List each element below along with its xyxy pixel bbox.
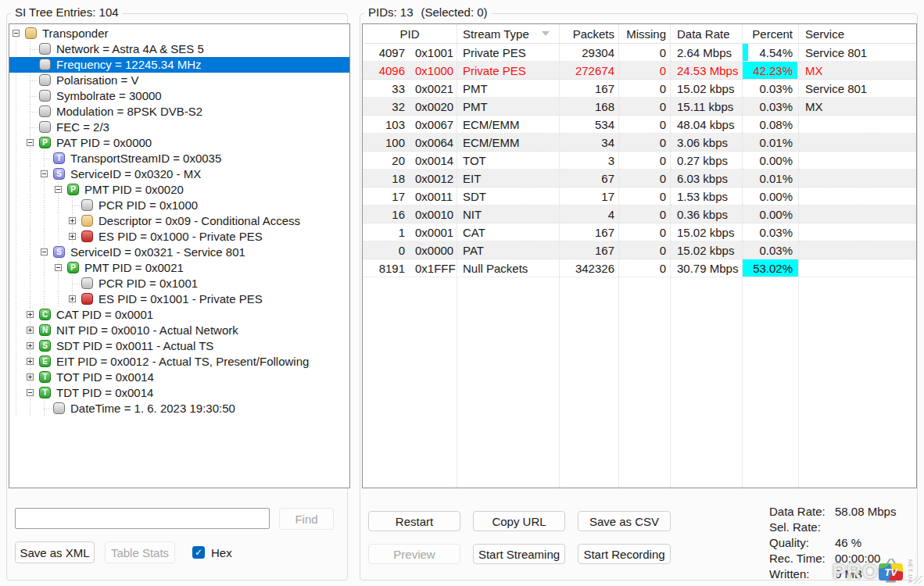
tree-item[interactable]: SServiceID = 0x0321 - Service 801 (9, 245, 349, 260)
column-header-data-rate[interactable]: Data Rate (671, 24, 743, 43)
cell-packets: 167 (560, 80, 619, 98)
pid-row[interactable]: 180x0012EIT6706.03 kbps0.01% (363, 170, 916, 188)
cell-pid-dec: 33 (363, 80, 410, 98)
tree-collapse-icon[interactable] (41, 248, 48, 255)
column-header-packets[interactable]: Packets (560, 24, 619, 43)
hex-checkbox-group[interactable]: ✓ Hex (192, 541, 232, 563)
tree-item[interactable]: TTOT PID = 0x0014 (9, 370, 349, 385)
tree-guide-line (72, 284, 81, 284)
tree-item-label: Modulation = 8PSK DVB-S2 (56, 104, 202, 120)
cell-missing: 0 (619, 205, 671, 223)
cell-pid-dec: 103 (363, 116, 410, 134)
column-header-stream-type[interactable]: Stream Type (457, 24, 560, 43)
pid-row[interactable]: 1000x0064ECM/EMM3403.06 kbps0.01% (363, 134, 916, 152)
pid-row[interactable]: 10x0001CAT167015.02 kbps0.03% (363, 223, 916, 241)
tree-guide-line (16, 135, 16, 151)
tree-item[interactable]: FEC = 2/3 (9, 120, 349, 135)
tree-guide-line (16, 276, 16, 291)
tree-item[interactable]: PCR PID = 0x1001 (9, 276, 349, 291)
tree-item[interactable]: Symbolrate = 30000 (9, 88, 349, 104)
cell-pid-hex: 0x0000 (410, 241, 457, 259)
tree-item[interactable]: PCR PID = 0x1000 (9, 198, 349, 213)
tree-item-label: ServiceID = 0x0321 - Service 801 (70, 245, 245, 260)
pid-row[interactable]: 81910x1FFFNull Packets342326030.79 Mbps5… (363, 259, 916, 277)
tree-expand-icon[interactable] (27, 311, 34, 318)
save-as-xml-button[interactable]: Save as XML (15, 541, 95, 563)
tree-guide-line (16, 245, 16, 260)
tree-item[interactable]: SServiceID = 0x0320 - MX (9, 166, 349, 182)
pid-row[interactable]: 40960x1000Private PES272674024.53 Mbps42… (363, 62, 916, 80)
tree-expand-icon[interactable] (69, 233, 76, 240)
tree-collapse-icon[interactable] (13, 30, 20, 37)
cell-service: MX (799, 98, 916, 116)
tree-collapse-icon[interactable] (27, 139, 34, 146)
restart-button[interactable]: Restart (368, 511, 460, 531)
column-header-missing[interactable]: Missing (619, 24, 671, 43)
pid-row[interactable]: 40970x1001Private PES2930402.64 Mbps4.54… (363, 44, 916, 62)
tree-guide-line (16, 291, 16, 307)
tree-guide-line (16, 307, 16, 323)
tree-expand-icon[interactable] (69, 295, 76, 302)
tree-item[interactable]: EEIT PID = 0x0012 - Actual TS, Present/F… (9, 354, 349, 370)
cell-service: Service 801 (799, 80, 916, 98)
hex-checkbox-label: Hex (211, 546, 232, 559)
tree-collapse-icon[interactable] (55, 264, 62, 271)
tree-expand-icon[interactable] (27, 342, 34, 349)
tree-item[interactable]: TTransportStreamID = 0x0035 (9, 151, 349, 166)
window-resize-grip[interactable] (914, 576, 922, 584)
tree-item[interactable]: PPMT PID = 0x0020 (9, 182, 349, 198)
tree-guide-line (44, 198, 45, 213)
tree-item[interactable]: Frequency = 12245.34 MHz (9, 57, 349, 73)
tree-expand-icon[interactable] (27, 358, 34, 365)
tree-expand-icon[interactable] (69, 217, 76, 224)
tree-item[interactable]: Polarisation = V (9, 73, 349, 88)
percent-bar (743, 44, 748, 61)
tree-collapse-icon[interactable] (55, 186, 62, 193)
tree-item[interactable]: PPAT PID = 0x0000 (9, 135, 349, 151)
cell-service (799, 188, 916, 205)
tree-item[interactable]: Descriptor = 0x09 - Conditional Access (9, 213, 349, 229)
find-input[interactable] (15, 508, 270, 529)
start-streaming-button[interactable]: Start Streaming (473, 544, 565, 564)
tree-item[interactable]: ES PID = 0x1000 - Private PES (9, 229, 349, 245)
cell-missing: 0 (619, 44, 671, 62)
tree-item[interactable]: SSDT PID = 0x0011 - Actual TS (9, 338, 349, 354)
pid-row[interactable]: 320x0020PMT168015.11 kbps0.03%MX (363, 98, 916, 116)
copy-url-button[interactable]: Copy URL (473, 511, 565, 531)
pid-row[interactable]: 00x0000PAT167015.02 kbps0.03% (363, 241, 916, 259)
pid-row[interactable]: 200x0014TOT300.27 kbps0.00% (363, 152, 916, 170)
start-recording-button[interactable]: Start Recording (578, 544, 671, 564)
save-as-csv-button[interactable]: Save as CSV (578, 511, 671, 531)
hex-checkbox[interactable]: ✓ (192, 546, 205, 559)
tree-item[interactable]: PPMT PID = 0x0021 (9, 260, 349, 276)
cell-stream-type: TOT (457, 152, 560, 170)
percent-text: 0.03% (759, 100, 793, 113)
tree-collapse-icon[interactable] (41, 170, 48, 177)
tree-item[interactable]: TTDT PID = 0x0014 (9, 385, 349, 401)
tree-guide-line (44, 182, 45, 198)
tree-item-label: Symbolrate = 30000 (56, 88, 162, 104)
tree-node-green-icon: P (67, 184, 79, 195)
pid-row[interactable]: 160x0010NIT400.36 kbps0.00% (363, 205, 916, 223)
percent-text: 0.00% (759, 190, 793, 203)
column-header-service[interactable]: Service (799, 24, 916, 43)
tree-expand-icon[interactable] (27, 373, 34, 381)
pid-row[interactable]: 1030x0067ECM/EMM534048.04 kbps0.08% (363, 116, 916, 134)
tree-collapse-icon[interactable] (27, 389, 34, 396)
tree-item-label: Network = Astra 4A & SES 5 (56, 41, 204, 57)
column-header-pid[interactable]: PID (363, 24, 457, 43)
tree-node-green-icon: S (39, 340, 51, 352)
pid-row[interactable]: 330x0021PMT167015.02 kbps0.03%Service 80… (363, 80, 916, 98)
column-header-percent[interactable]: Percent (743, 24, 799, 43)
tree-node-green-icon: P (39, 137, 51, 148)
tree-item[interactable]: Transponder (9, 26, 349, 41)
tree-item[interactable]: ES PID = 0x1001 - Private PES (9, 291, 349, 307)
tree-item[interactable]: Network = Astra 4A & SES 5 (9, 41, 349, 57)
tree-item[interactable]: CCAT PID = 0x0001 (9, 307, 349, 323)
pid-row[interactable]: 170x0011SDT1701.53 kbps0.00% (363, 188, 916, 205)
tree-item[interactable]: Modulation = 8PSK DVB-S2 (9, 104, 349, 120)
tree-expand-icon[interactable] (27, 327, 34, 334)
tree-item[interactable]: DateTime = 1. 6. 2023 19:30:50 (9, 401, 349, 416)
tree-item[interactable]: NNIT PID = 0x0010 - Actual Network (9, 323, 349, 338)
cell-pid-hex: 0x0001 (410, 223, 457, 241)
